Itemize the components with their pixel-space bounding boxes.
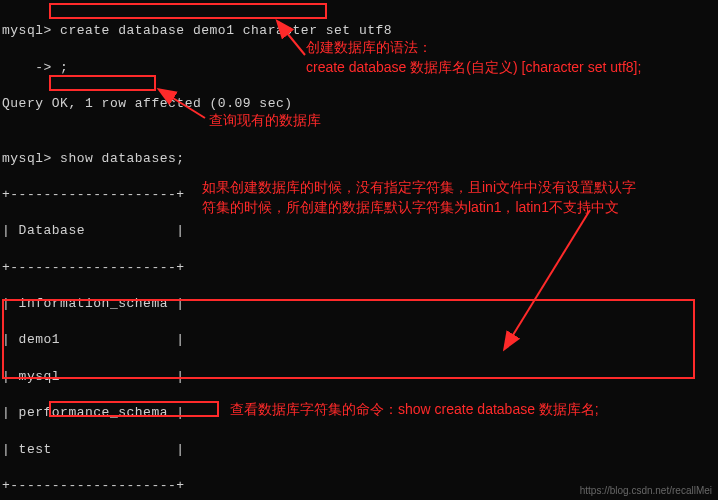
- annotation-latin1-line2: 符集的时候，所创建的数据库默认字符集为latin1，latin1不支持中文: [202, 198, 619, 218]
- term-line: +--------------------+: [2, 259, 716, 277]
- term-line: Query OK, 1 row affected (0.09 sec): [2, 95, 716, 113]
- annotation-latin1-line1: 如果创建数据库的时候，没有指定字符集，且ini文件中没有设置默认字: [202, 178, 636, 198]
- annotation-query-databases: 查询现有的数据库: [209, 111, 321, 131]
- term-line: | test |: [2, 441, 716, 459]
- highlight-box-result-table: [2, 299, 695, 379]
- term-line: mysql> show databases;: [2, 150, 716, 168]
- annotation-create-syntax-line1: 创建数据库的语法：: [306, 38, 432, 58]
- highlight-box-show-databases: [49, 75, 156, 91]
- annotation-create-syntax-line2: create database 数据库名(自定义) [character set…: [306, 58, 641, 78]
- watermark-text: https://blog.csdn.net/recallMei: [580, 485, 712, 496]
- annotation-show-charset: 查看数据库字符集的命令：show create database 数据库名;: [230, 400, 599, 420]
- highlight-box-create-database: [49, 3, 327, 19]
- highlight-box-show-create-database: [49, 401, 219, 417]
- term-line: | Database |: [2, 222, 716, 240]
